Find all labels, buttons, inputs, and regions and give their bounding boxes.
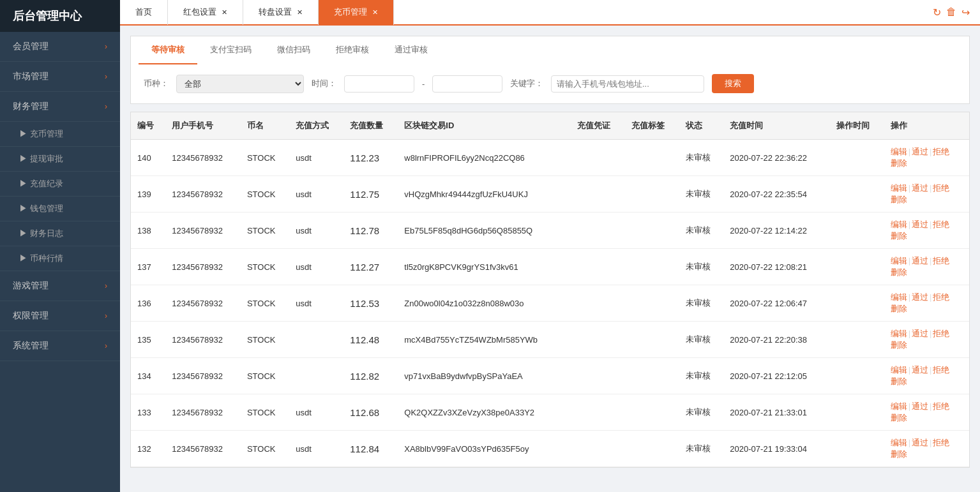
cell-coin: STOCK	[241, 176, 289, 212]
tab-turntable[interactable]: 转盘设置 ✕	[243, 0, 319, 25]
cell-status: 未审核	[679, 285, 724, 322]
delete-action[interactable]: 删除	[891, 195, 907, 204]
edit-action[interactable]: 编辑	[891, 329, 907, 338]
edit-action[interactable]: 编辑	[891, 220, 907, 229]
sidebar-item-game[interactable]: 游戏管理 ›	[0, 271, 120, 301]
sidebar-sub-coin-market[interactable]: ▶ 币种行情	[0, 246, 120, 271]
cell-id: 137	[131, 249, 165, 285]
search-button[interactable]: 搜索	[712, 74, 754, 93]
action-sep: |	[930, 256, 931, 265]
sidebar-sub-recharge-record[interactable]: ▶ 充值纪录	[0, 172, 120, 197]
cell-actions: 编辑|通过|拒绝删除	[884, 176, 969, 212]
delete-action[interactable]: 删除	[891, 449, 907, 459]
cell-method: usdt	[289, 431, 343, 467]
chevron-right-icon: ›	[105, 341, 107, 350]
reject-action[interactable]: 拒绝	[933, 365, 949, 375]
edit-action[interactable]: 编辑	[891, 147, 907, 156]
sub-tab-approved[interactable]: 通过审核	[382, 36, 441, 64]
cell-coin: STOCK	[241, 322, 289, 358]
main-area: 首页 红包设置 ✕ 转盘设置 ✕ 充币管理 ✕ ↻ 🗑 ↪ 等待审核 支付宝扫码…	[120, 0, 980, 492]
tab-redpacket[interactable]: 红包设置 ✕	[168, 0, 243, 25]
sidebar-item-member-label: 会员管理	[13, 41, 49, 52]
sidebar-item-finance[interactable]: 财务管理 ›	[0, 92, 120, 122]
action-sep: |	[930, 329, 931, 338]
edit-action[interactable]: 编辑	[891, 292, 907, 302]
keyword-label: 关键字：	[510, 78, 543, 89]
approve-action[interactable]: 通过	[912, 183, 928, 193]
cell-op-time	[830, 285, 884, 322]
delete-action[interactable]: 删除	[891, 340, 907, 350]
close-icon[interactable]: ✕	[372, 8, 378, 17]
sub-tab-pending[interactable]: 等待审核	[139, 36, 197, 64]
sidebar-sub-withdraw-approve[interactable]: ▶ 提现审批	[0, 147, 120, 172]
close-icon[interactable]: ✕	[222, 8, 227, 17]
tab-home[interactable]: 首页	[120, 0, 168, 25]
action-sep: |	[908, 183, 910, 193]
delete-action[interactable]: 删除	[891, 413, 907, 422]
approve-action[interactable]: 通过	[912, 438, 928, 447]
delete-action[interactable]: 删除	[891, 376, 907, 386]
cell-amount: 112.82	[343, 358, 398, 394]
delete-icon[interactable]: 🗑	[946, 6, 956, 18]
approve-action[interactable]: 通过	[912, 292, 928, 302]
cell-phone: 12345678932	[165, 358, 241, 394]
sidebar-sub-finance-log[interactable]: ▶ 财务日志	[0, 221, 120, 246]
reject-action[interactable]: 拒绝	[933, 401, 949, 411]
cell-amount: 112.53	[343, 285, 398, 322]
time-end-input[interactable]	[432, 75, 502, 93]
reject-action[interactable]: 拒绝	[933, 292, 949, 302]
approve-action[interactable]: 通过	[912, 401, 928, 411]
cell-status: 未审核	[679, 140, 724, 176]
delete-action[interactable]: 删除	[891, 231, 907, 241]
sidebar-item-market[interactable]: 市场管理 ›	[0, 62, 120, 92]
sub-tab-rejected[interactable]: 拒绝审核	[323, 36, 382, 64]
reject-action[interactable]: 拒绝	[933, 220, 949, 229]
cell-txid: tl5z0rgK8PCVK9grYS1fv3kv61	[398, 249, 570, 285]
cell-op-time	[830, 249, 884, 285]
edit-action[interactable]: 编辑	[891, 183, 907, 193]
sidebar-item-permission[interactable]: 权限管理 ›	[0, 301, 120, 331]
reject-action[interactable]: 拒绝	[933, 438, 949, 447]
cell-amount: 112.68	[343, 394, 398, 431]
delete-action[interactable]: 删除	[891, 267, 907, 277]
sidebar-sub-recharge-manage[interactable]: ▶ 充币管理	[0, 122, 120, 147]
keyword-input[interactable]	[551, 75, 704, 93]
reject-action[interactable]: 拒绝	[933, 183, 949, 193]
reject-action[interactable]: 拒绝	[933, 329, 949, 338]
approve-action[interactable]: 通过	[912, 256, 928, 265]
sidebar-item-member[interactable]: 会员管理 ›	[0, 32, 120, 62]
cell-txid: vp71vxBaB9ydwfvpBySPaYaEA	[398, 358, 570, 394]
cell-phone: 12345678932	[165, 249, 241, 285]
cell-recharge-time: 2020-07-22 12:06:47	[723, 285, 829, 322]
approve-action[interactable]: 通过	[912, 329, 928, 338]
approve-action[interactable]: 通过	[912, 365, 928, 375]
col-coin: 币名	[241, 112, 289, 140]
approve-action[interactable]: 通过	[912, 147, 928, 156]
edit-action[interactable]: 编辑	[891, 365, 907, 375]
time-separator: -	[422, 79, 425, 89]
cell-txid: QK2QXZZv3XZeVzyX38pe0A33Y2	[398, 394, 570, 431]
tab-recharge[interactable]: 充币管理 ✕	[319, 0, 394, 25]
cell-status: 未审核	[679, 431, 724, 467]
refresh-icon[interactable]: ↻	[933, 6, 941, 19]
currency-select[interactable]: 全部	[176, 75, 304, 93]
time-start-input[interactable]	[344, 75, 414, 93]
reject-action[interactable]: 拒绝	[933, 147, 949, 156]
close-icon[interactable]: ✕	[297, 8, 303, 17]
delete-action[interactable]: 删除	[891, 304, 907, 313]
cell-method: usdt	[289, 140, 343, 176]
col-phone: 用户手机号	[165, 112, 241, 140]
cell-actions: 编辑|通过|拒绝删除	[884, 285, 969, 322]
edit-action[interactable]: 编辑	[891, 438, 907, 447]
approve-action[interactable]: 通过	[912, 220, 928, 229]
sidebar-item-system[interactable]: 系统管理 ›	[0, 331, 120, 361]
logout-icon[interactable]: ↪	[961, 6, 970, 19]
reject-action[interactable]: 拒绝	[933, 256, 949, 265]
delete-action[interactable]: 删除	[891, 158, 907, 168]
edit-action[interactable]: 编辑	[891, 256, 907, 265]
sub-tab-wechat[interactable]: 微信扫码	[264, 36, 323, 64]
sidebar-item-game-label: 游戏管理	[13, 280, 49, 292]
sidebar-sub-wallet-manage[interactable]: ▶ 钱包管理	[0, 197, 120, 221]
edit-action[interactable]: 编辑	[891, 401, 907, 411]
sub-tab-alipay[interactable]: 支付宝扫码	[197, 36, 264, 64]
